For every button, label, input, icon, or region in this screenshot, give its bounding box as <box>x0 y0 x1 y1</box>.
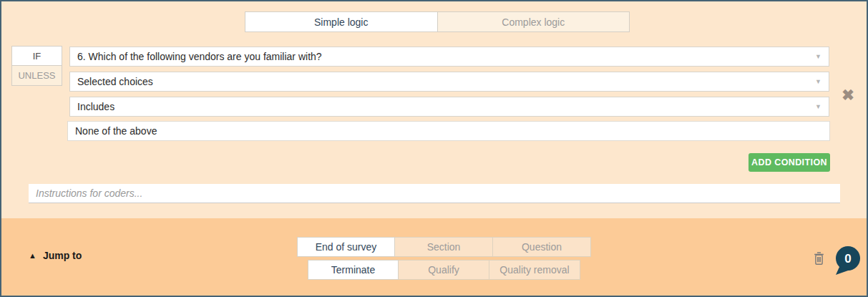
jump-action-group: Terminate Qualify Quality removal <box>308 260 580 280</box>
add-condition-button[interactable]: ADD CONDITION <box>748 153 830 172</box>
comment-bubble-icon[interactable]: 0 <box>832 245 863 276</box>
jump-action-qualify[interactable]: Qualify <box>399 260 489 280</box>
jump-to-footer <box>1 218 867 296</box>
operator-select-value: Includes <box>77 101 114 112</box>
logic-editor-panel: Simple logic Complex logic IF UNLESS 6. … <box>0 0 868 297</box>
jump-action-terminate[interactable]: Terminate <box>308 260 399 280</box>
logic-type-tabs: Simple logic Complex logic <box>245 11 630 32</box>
jump-destination-question[interactable]: Question <box>493 237 591 257</box>
chevron-down-icon: ▼ <box>815 79 821 85</box>
question-select-value: 6. Which of the following vendors are yo… <box>77 51 322 62</box>
question-select[interactable]: 6. Which of the following vendors are yo… <box>69 47 829 67</box>
trash-icon[interactable] <box>811 250 826 267</box>
source-select[interactable]: Selected choices ▼ <box>69 72 829 92</box>
jump-destination-end-of-survey[interactable]: End of survey <box>297 237 395 257</box>
condition-value-text: None of the above <box>75 125 157 137</box>
comment-count: 0 <box>844 252 851 266</box>
condition-mode-unless-button[interactable]: UNLESS <box>11 66 62 86</box>
jump-to-toggle[interactable]: ▲ Jump to <box>29 250 82 261</box>
jump-to-label: Jump to <box>43 250 82 261</box>
close-icon[interactable]: ✖ <box>839 86 857 104</box>
chevron-down-icon: ▼ <box>815 54 821 60</box>
tab-complex-logic[interactable]: Complex logic <box>438 11 630 32</box>
tab-simple-logic[interactable]: Simple logic <box>245 11 438 32</box>
chevron-down-icon: ▼ <box>815 104 821 110</box>
jump-action-quality-removal[interactable]: Quality removal <box>489 260 580 280</box>
operator-select[interactable]: Includes ▼ <box>69 97 829 117</box>
source-select-value: Selected choices <box>77 76 153 87</box>
condition-value-field[interactable]: None of the above <box>67 121 830 141</box>
jump-destination-group: End of survey Section Question <box>297 237 591 257</box>
condition-mode-if-button[interactable]: IF <box>11 46 62 66</box>
coder-instructions-input[interactable] <box>29 184 840 203</box>
collapse-arrow-icon: ▲ <box>29 251 36 260</box>
jump-destination-section[interactable]: Section <box>395 237 493 257</box>
